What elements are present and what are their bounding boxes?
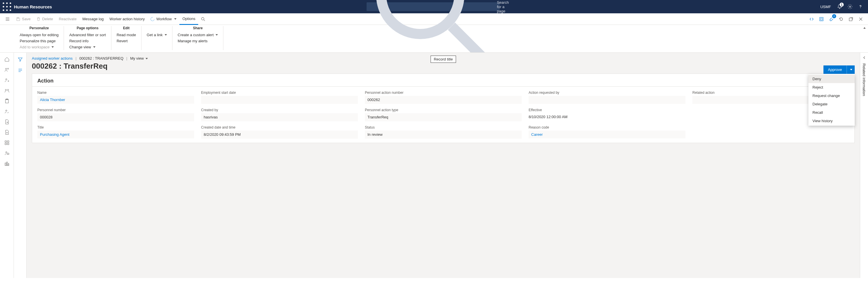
field-value-requested-by[interactable]	[529, 96, 685, 104]
options-ribbon: Personalize Always open for editing Pers…	[0, 25, 868, 53]
field-value-personnel-number[interactable]: 000028	[37, 113, 194, 121]
app-title: Human Resources	[14, 4, 52, 9]
ribbon-item-advanced-filter[interactable]: Advanced filter or sort	[69, 32, 105, 38]
command-search-button[interactable]	[198, 13, 208, 25]
expand-rail-icon[interactable]	[863, 56, 866, 60]
ribbon-item-add-workspace: Add to workspace	[20, 44, 58, 50]
ribbon-item-record-info[interactable]: Record info	[69, 38, 105, 44]
ribbon-group-personalize: Personalize Always open for editing Pers…	[14, 26, 64, 50]
nav-person-chat-icon[interactable]	[1, 148, 13, 158]
global-search[interactable]: Search for a page	[367, 2, 500, 11]
svg-rect-36	[5, 163, 6, 166]
nav-people-icon[interactable]	[1, 65, 13, 75]
worker-action-history-button[interactable]: Worker action history	[106, 13, 148, 25]
svg-point-4	[6, 6, 7, 7]
options-tab[interactable]: Options	[179, 13, 198, 25]
dropdown-item-reject[interactable]: Reject	[808, 83, 855, 91]
close-icon[interactable]	[857, 15, 865, 24]
svg-rect-33	[7, 143, 9, 145]
ribbon-item-get-link[interactable]: Get a link	[147, 32, 167, 38]
svg-point-2	[9, 2, 11, 4]
dropdown-item-deny[interactable]: Deny	[808, 75, 855, 83]
breadcrumb-record: 000262 : TRANSFERREQ	[79, 56, 123, 60]
popup-icon[interactable]	[846, 15, 855, 24]
svg-point-29	[5, 110, 7, 111]
field-value-name[interactable]: Alicia Thornber	[37, 96, 194, 104]
field-label-status: Status	[365, 125, 522, 130]
attachments-icon[interactable]: 0	[827, 15, 836, 24]
field-label-created-by: Created by	[201, 108, 358, 112]
notifications-icon[interactable]: 1	[834, 1, 845, 12]
search-placeholder: Search for a page	[497, 0, 509, 13]
svg-rect-18	[820, 17, 823, 21]
right-rail-label[interactable]: Related information	[862, 63, 866, 96]
dropdown-item-recall[interactable]: Recall	[808, 108, 855, 117]
field-label-reason-code: Reason code	[529, 125, 685, 130]
waffle-menu-icon[interactable]	[2, 2, 11, 11]
dropdown-item-request-change[interactable]: Request change	[808, 91, 855, 100]
field-value-action-number[interactable]: 000262	[365, 96, 522, 104]
svg-rect-19	[849, 18, 852, 21]
message-log-button[interactable]: Message log	[80, 13, 107, 25]
card-heading: Action	[37, 78, 54, 84]
nav-buildings-icon[interactable]	[1, 159, 13, 169]
field-value-action-type[interactable]: TransferReq	[365, 113, 522, 121]
svg-point-26	[7, 89, 9, 91]
nav-person-check-icon[interactable]	[1, 107, 13, 116]
ribbon-item-always-open[interactable]: Always open for editing	[20, 32, 58, 38]
svg-rect-30	[5, 141, 6, 142]
ribbon-group-share: Share Create a custom alert Manage my al…	[173, 26, 223, 50]
svg-line-17	[204, 20, 205, 21]
nav-home-icon[interactable]	[1, 54, 13, 64]
ribbon-item-personalize-page[interactable]: Personalize this page	[20, 38, 58, 44]
nav-clipboard-icon[interactable]	[1, 96, 13, 106]
ribbon-item-manage-alerts[interactable]: Manage my alerts	[178, 38, 218, 44]
page-side-controls	[14, 53, 27, 278]
field-value-created-date[interactable]: 8/2/2020 09:43:59 PM	[201, 131, 358, 139]
page-title: 000262 : TransferReq	[27, 62, 860, 74]
office-icon[interactable]	[817, 15, 826, 24]
breadcrumb-view[interactable]: My view	[130, 56, 148, 60]
svg-point-7	[6, 9, 7, 11]
collapse-ribbon-icon[interactable]	[863, 26, 866, 30]
open-in-new-icon[interactable]	[807, 15, 816, 24]
ribbon-item-revert[interactable]: Revert	[117, 38, 136, 44]
dropdown-item-view-history[interactable]: View history	[808, 117, 855, 125]
help-icon[interactable]	[855, 1, 866, 12]
nav-doc-arrow-icon[interactable]	[1, 117, 13, 127]
approve-button[interactable]: Approve	[824, 65, 846, 74]
dropdown-item-delegate[interactable]: Delegate	[808, 100, 855, 108]
nav-grid-icon[interactable]	[1, 138, 13, 148]
nav-person-arrow-icon[interactable]	[1, 75, 13, 85]
nav-doc-out-icon[interactable]	[1, 128, 13, 137]
svg-point-11	[849, 6, 851, 7]
svg-point-25	[5, 89, 7, 91]
field-value-status[interactable]: In review	[365, 131, 522, 139]
breadcrumb-root-link[interactable]: Assigned worker actions	[32, 56, 73, 60]
hamburger-icon[interactable]	[2, 17, 13, 22]
field-label-action-type: Personnel action type	[365, 108, 522, 112]
chevron-down-icon	[174, 18, 177, 20]
approve-dropdown-toggle[interactable]	[846, 65, 855, 74]
field-value-created-by[interactable]: hasrivas	[201, 113, 358, 121]
list-icon[interactable]	[18, 68, 23, 73]
ribbon-item-read-mode[interactable]: Read mode	[117, 32, 136, 38]
filter-icon[interactable]	[18, 57, 23, 62]
refresh-icon[interactable]	[837, 15, 845, 24]
field-label-created-date: Created date and time	[201, 125, 358, 130]
legal-entity[interactable]: USMF	[820, 5, 831, 9]
nav-group-icon[interactable]	[1, 86, 13, 95]
chevron-down-icon	[146, 58, 148, 59]
chevron-down-icon	[216, 34, 218, 36]
svg-rect-35	[7, 153, 9, 154]
field-value-employment-start[interactable]	[201, 96, 358, 104]
field-value-reason-code[interactable]: Career	[529, 131, 685, 138]
ribbon-item-custom-alert[interactable]: Create a custom alert	[178, 32, 218, 38]
workflow-button[interactable]: Workflow	[148, 13, 179, 25]
settings-icon[interactable]	[845, 1, 855, 12]
ribbon-item-change-view[interactable]: Change view	[69, 44, 105, 50]
ribbon-group-page-options: Page options Advanced filter or sort Rec…	[64, 26, 111, 50]
delete-button: Delete	[34, 13, 56, 25]
ribbon-group-edit: Edit Read mode Revert	[112, 26, 142, 50]
field-value-title[interactable]: Purchasing Agent	[37, 131, 194, 138]
